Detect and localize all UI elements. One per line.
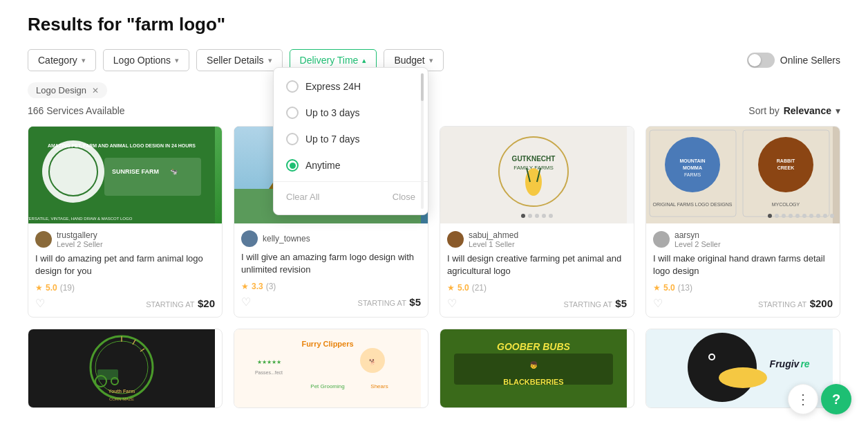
card-2-price-area: STARTING AT $5 <box>358 296 421 309</box>
card-3-image: GUTKNECHT FAMILY FARMS <box>440 127 634 223</box>
card-1-rating: ★ 5.0 (19) <box>35 283 215 293</box>
sort-by[interactable]: Sort by Relevance ▾ <box>748 105 840 116</box>
card-4-avatar <box>653 231 670 248</box>
card-2-body: kelly_townes I will give an amazing farm… <box>234 223 428 315</box>
logo-options-label: Logo Options <box>113 55 171 66</box>
scrollbar-track <box>421 73 424 209</box>
tag-label: Logo Design <box>36 85 86 95</box>
card-4-body: aarsyn Level 2 Seller I will make origin… <box>646 223 840 317</box>
radio-3days <box>286 107 299 119</box>
dropdown-option-3days[interactable]: Up to 3 days <box>274 100 428 126</box>
card-6: Furry Clippers ★★★★★ Passes...fect 🐕 Pet… <box>234 329 428 408</box>
card-4-heart-button[interactable]: ♡ <box>653 297 663 310</box>
card-1-heart-button[interactable]: ♡ <box>35 297 45 310</box>
online-sellers-switch[interactable] <box>747 53 775 68</box>
delivery-time-label: Delivery Time <box>300 55 359 66</box>
card4-dot-1 <box>768 214 772 218</box>
help-button[interactable]: ? <box>821 384 851 414</box>
svg-text:Pet Grooming: Pet Grooming <box>310 383 344 389</box>
svg-text:FARMS: FARMS <box>684 172 701 177</box>
radio-anytime <box>286 159 299 172</box>
budget-chevron-icon: ▾ <box>429 56 433 65</box>
svg-point-58 <box>688 333 757 402</box>
card-4-rating: ★ 5.0 (13) <box>653 283 833 293</box>
card-1-image: AMAZING PET, FARM AND ANIMAL LOGO DESIGN… <box>28 127 222 223</box>
card-4-rating-val: 5.0 <box>663 283 675 293</box>
card-2-star-icon: ★ <box>241 282 249 291</box>
express-label: Express 24H <box>305 81 361 92</box>
dot-5 <box>549 214 553 218</box>
filter-bar: Category ▾ Logo Options ▾ Seller Details… <box>28 49 840 71</box>
card4-dot-2 <box>775 214 779 218</box>
card-3-starting-at: STARTING AT <box>564 300 612 309</box>
dot-3 <box>535 214 539 218</box>
card-3-rating-val: 5.0 <box>457 283 469 293</box>
svg-point-59 <box>719 367 767 388</box>
svg-rect-4 <box>104 158 201 196</box>
svg-text:FLAT, VERSATILE, VINTAGE, HAND: FLAT, VERSATILE, VINTAGE, HAND DRAW & MA… <box>28 217 133 221</box>
svg-text:Frugiv: Frugiv <box>770 358 800 369</box>
card-1-footer: ♡ STARTING AT $20 <box>35 297 215 310</box>
sort-chevron-icon: ▾ <box>836 105 840 116</box>
svg-text:SUNRISE FARM: SUNRISE FARM <box>112 168 159 175</box>
card-2-rating: ★ 3.3 (3) <box>241 282 421 291</box>
category-label: Category <box>38 55 77 66</box>
svg-point-61 <box>710 355 714 359</box>
card4-dot-3 <box>782 214 786 218</box>
dropdown-option-anytime[interactable]: Anytime <box>274 152 428 178</box>
card-3-footer: ♡ STARTING AT $5 <box>447 297 627 310</box>
card-4-star-icon: ★ <box>653 283 661 293</box>
svg-point-28 <box>758 137 813 192</box>
dot-4 <box>542 214 546 218</box>
card4-dot-9 <box>823 214 827 218</box>
toggle-knob <box>748 54 761 66</box>
sort-prefix: Sort by <box>748 105 779 116</box>
card-3-star-icon: ★ <box>447 283 455 293</box>
card-1-seller-level: Level 2 Seller <box>57 240 103 248</box>
dot-1 <box>521 214 525 218</box>
results-count: 166 Services Available <box>28 105 125 116</box>
svg-text:★★★★★: ★★★★★ <box>257 359 281 365</box>
clear-all-button[interactable]: Clear All <box>286 192 319 202</box>
card-3-seller-level: Level 1 Seller <box>469 240 518 248</box>
logo-options-filter[interactable]: Logo Options ▾ <box>103 49 189 71</box>
logo-design-tag: Logo Design ✕ <box>28 82 107 98</box>
card-3: GUTKNECHT FAMILY FARMS <box>440 126 634 318</box>
card4-dot-10 <box>830 214 834 218</box>
card-3-seller: sabuj_ahmed Level 1 Seller <box>447 230 627 248</box>
dropdown-scrollbar[interactable] <box>421 73 425 209</box>
category-filter[interactable]: Category ▾ <box>28 49 96 71</box>
card-2-heart-button[interactable]: ♡ <box>241 295 251 309</box>
results-grid: AMAZING PET, FARM AND ANIMAL LOGO DESIGN… <box>28 126 840 408</box>
svg-text:Shears: Shears <box>370 383 388 389</box>
7days-label: Up to 7 days <box>305 134 360 145</box>
dropdown-footer: Clear All Close <box>274 185 428 209</box>
card4-dot-5 <box>795 214 800 218</box>
card-1-rating-count: (19) <box>60 283 75 293</box>
seller-details-filter[interactable]: Seller Details ▾ <box>196 49 282 71</box>
card-4: MOUNTAIN MOMMA FARMS RABBIT CREEK ORIGIN… <box>645 126 840 318</box>
svg-text:Youth Farm: Youth Farm <box>108 389 135 394</box>
close-dropdown-button[interactable]: Close <box>393 192 415 202</box>
card-1-price-area: STARTING AT $20 <box>146 297 215 310</box>
seller-details-label: Seller Details <box>207 55 263 66</box>
card-4-price: $200 <box>810 297 833 309</box>
dropdown-option-7days[interactable]: Up to 7 days <box>274 126 428 152</box>
more-options-button[interactable]: ⋮ <box>788 384 818 414</box>
svg-text:AMAZING PET, FARM AND ANIMAL L: AMAZING PET, FARM AND ANIMAL LOGO DESIGN… <box>48 143 196 149</box>
svg-text:MOMMA: MOMMA <box>683 165 702 170</box>
tag-remove-icon[interactable]: ✕ <box>92 86 99 95</box>
card-4-starting-at: STARTING AT <box>758 300 806 309</box>
card-1-svg: AMAZING PET, FARM AND ANIMAL LOGO DESIGN… <box>28 127 215 223</box>
tag-bar: Logo Design ✕ <box>28 82 840 98</box>
logo-options-chevron-icon: ▾ <box>175 56 179 65</box>
card-3-heart-button[interactable]: ♡ <box>447 297 457 310</box>
more-icon: ⋮ <box>796 391 810 407</box>
radio-express <box>286 80 299 93</box>
dropdown-option-express[interactable]: Express 24H <box>274 73 428 100</box>
dropdown-divider <box>274 181 428 182</box>
card-2-starting-at: STARTING AT <box>358 299 406 307</box>
svg-text:CORN MAZE: CORN MAZE <box>109 397 134 401</box>
card-4-image: MOUNTAIN MOMMA FARMS RABBIT CREEK ORIGIN… <box>646 127 840 223</box>
svg-text:🐕: 🐕 <box>369 358 376 365</box>
